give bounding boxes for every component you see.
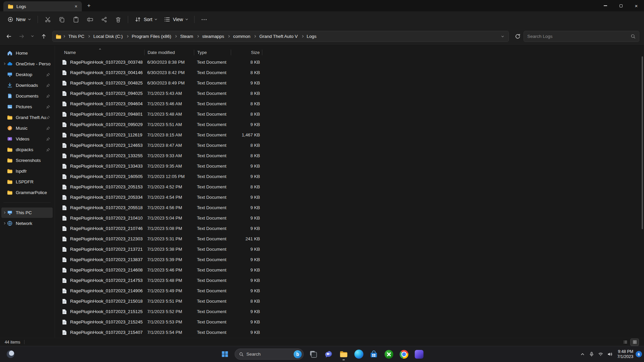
breadcrumb-item-steam[interactable]: Steam	[177, 33, 196, 40]
breadcrumb-chevron-icon[interactable]	[227, 36, 230, 37]
sidebar-item-grammarpolice[interactable]: GrammarPolice	[1, 187, 53, 198]
file-row[interactable]: RagePluginHook_01072023_0950297/1/2023 5…	[60, 119, 644, 130]
sidebar-item-desktop[interactable]: Desktop	[1, 69, 53, 80]
address-dropdown-icon[interactable]	[500, 36, 505, 37]
search-box[interactable]	[524, 31, 639, 42]
paste-button[interactable]	[69, 13, 83, 25]
new-tab-button[interactable]	[85, 1, 93, 10]
file-row[interactable]: RagePluginHook_01072023_2154077/1/2023 5…	[60, 327, 644, 338]
notification-badge[interactable]: 6	[636, 351, 642, 357]
column-header-size[interactable]: Size	[231, 50, 262, 55]
file-row[interactable]: RagePluginHook_01072023_2147537/1/2023 5…	[60, 275, 644, 286]
start-button[interactable]	[218, 348, 232, 361]
details-view-button[interactable]	[621, 339, 629, 346]
volume-button[interactable]	[605, 348, 614, 360]
cut-button[interactable]	[41, 13, 54, 25]
file-row[interactable]: RagePluginHook_01072023_2146087/1/2023 5…	[60, 265, 644, 275]
copy-button[interactable]	[55, 13, 68, 25]
sidebar-item-downloads[interactable]: Downloads	[1, 80, 53, 90]
view-button[interactable]: View	[160, 13, 191, 25]
file-row[interactable]: RagePluginHook_01072023_2152457/1/2023 5…	[60, 317, 644, 327]
tab-close-icon[interactable]	[73, 3, 79, 10]
breadcrumb-item-grand-theft-auto-v[interactable]: Grand Theft Auto V	[257, 33, 300, 40]
file-row[interactable]: RagePluginHook_01072023_2051537/1/2023 4…	[60, 182, 644, 192]
thumbnails-view-button[interactable]	[631, 339, 639, 346]
new-button[interactable]: New	[3, 13, 35, 25]
breadcrumb-chevron-icon[interactable]	[301, 36, 304, 37]
forward-button[interactable]	[15, 31, 28, 42]
file-row[interactable]: RagePluginHook_01072023_2149067/1/2023 5…	[60, 286, 644, 296]
file-row[interactable]: RagePluginHook_01072023_2053347/1/2023 4…	[60, 192, 644, 202]
recent-locations-button[interactable]	[28, 31, 37, 42]
expand-chevron-icon[interactable]	[1, 212, 7, 214]
taskbar-store-button[interactable]	[367, 348, 381, 361]
expand-chevron-icon[interactable]	[1, 63, 7, 65]
file-row[interactable]: RagePluginHook_01072023_2137217/1/2023 5…	[60, 244, 644, 254]
sidebar-item-videos[interactable]: Videos	[1, 134, 53, 144]
breadcrumb-item-steamapps[interactable]: steamapps	[200, 33, 227, 40]
share-button[interactable]	[97, 13, 111, 25]
breadcrumb-chevron-icon[interactable]	[196, 36, 200, 37]
file-row[interactable]: RagePluginHook_01072023_1126197/1/2023 8…	[60, 130, 644, 140]
column-header-name[interactable]: Name	[60, 50, 144, 55]
see-more-button[interactable]	[198, 13, 211, 25]
file-row[interactable]: RagePluginHook_01072023_0940257/1/2023 5…	[60, 88, 644, 99]
file-row[interactable]: RagePluginHook_01072023_2104107/1/2023 5…	[60, 213, 644, 223]
breadcrumb-chevron-icon[interactable]	[253, 36, 257, 37]
rename-button[interactable]	[83, 13, 97, 25]
breadcrumb-item-this-pc[interactable]: This PC	[66, 33, 87, 40]
sidebar-item-documents[interactable]: Documents	[1, 91, 53, 101]
address-bar[interactable]: This PCLocal Disk (C:)Program Files (x86…	[52, 31, 509, 42]
breadcrumb-item-local-disk-c[interactable]: Local Disk (C:)	[91, 33, 125, 40]
scrollbar[interactable]	[642, 56, 643, 229]
close-button[interactable]	[629, 0, 644, 11]
file-row[interactable]: RagePluginHook_01072023_2123037/1/2023 5…	[60, 234, 644, 244]
file-row[interactable]: RagePluginHook_01072023_2151257/1/2023 5…	[60, 306, 644, 317]
file-row[interactable]: RagePluginHook_01072023_0946047/1/2023 5…	[60, 99, 644, 109]
minimize-button[interactable]	[598, 0, 613, 11]
sidebar-item-pictures[interactable]: Pictures	[1, 102, 53, 112]
wifi-button[interactable]	[596, 348, 605, 360]
file-row[interactable]: RagePluginHook_01072023_1605057/1/2023 1…	[60, 171, 644, 182]
file-row[interactable]: RagePluginHook_01072023_2055187/1/2023 4…	[60, 202, 644, 213]
sidebar-item-dlcpacks[interactable]: dlcpacks	[1, 144, 53, 155]
delete-button[interactable]	[111, 13, 125, 25]
file-row[interactable]: RagePluginHook_01072023_1246537/1/2023 8…	[60, 140, 644, 150]
sidebar-item-lspdfr[interactable]: lspdfr	[1, 166, 53, 176]
file-row[interactable]: RagePluginHook_01072023_1332557/1/2023 9…	[60, 150, 644, 161]
sidebar-item-onedrive-persona[interactable]: OneDrive - Persona	[1, 59, 53, 69]
file-row[interactable]: RagePluginHook_01072023_2138377/1/2023 5…	[60, 254, 644, 265]
mic-button[interactable]	[587, 348, 596, 360]
column-header-type[interactable]: Type	[194, 50, 231, 55]
refresh-button[interactable]	[512, 31, 524, 42]
file-row[interactable]: RagePluginHook_01072023_0948017/1/2023 5…	[60, 109, 644, 119]
up-button[interactable]	[38, 31, 50, 42]
breadcrumb-chevron-icon[interactable]	[87, 36, 91, 37]
chevron-up-button[interactable]	[578, 348, 587, 360]
expand-chevron-icon[interactable]	[1, 223, 7, 224]
maximize-button[interactable]	[613, 0, 629, 11]
sort-ascending-icon[interactable]	[99, 46, 101, 51]
taskbar-file-explorer-button[interactable]	[337, 348, 351, 361]
explorer-tab[interactable]: Logs	[3, 1, 82, 11]
widgets-button[interactable]	[4, 348, 17, 361]
sidebar-item-music[interactable]: Music	[1, 123, 53, 133]
sidebar-item-grand-theft-aut[interactable]: Grand Theft Aut	[1, 112, 53, 123]
file-row[interactable]: RagePluginHook_01072023_2107467/1/2023 5…	[60, 223, 644, 234]
taskbar-task-view-button[interactable]	[307, 348, 320, 361]
sidebar-item-lspdfr[interactable]: LSPDFR	[1, 177, 53, 187]
sidebar-item-network[interactable]: Network	[1, 218, 53, 229]
sidebar-item-this-pc[interactable]: This PC	[1, 207, 53, 218]
breadcrumb-chevron-icon[interactable]	[125, 36, 129, 37]
taskbar-game-button[interactable]	[413, 348, 426, 361]
taskbar-chat-button[interactable]	[322, 348, 335, 361]
search-input[interactable]	[527, 34, 629, 39]
file-row[interactable]: RagePluginHook_01072023_0041466/30/2023 …	[60, 67, 644, 78]
file-row[interactable]: RagePluginHook_01072023_2150187/1/2023 5…	[60, 296, 644, 306]
file-row[interactable]: RagePluginHook_01072023_1334337/1/2023 9…	[60, 161, 644, 171]
breadcrumb-item-program-files-x86[interactable]: Program Files (x86)	[129, 33, 174, 40]
sidebar-item-screenshots[interactable]: Screenshots	[1, 155, 53, 166]
taskbar-xbox-button[interactable]	[382, 348, 396, 361]
column-header-date-modified[interactable]: Date modified	[144, 50, 194, 55]
back-button[interactable]	[3, 31, 15, 42]
